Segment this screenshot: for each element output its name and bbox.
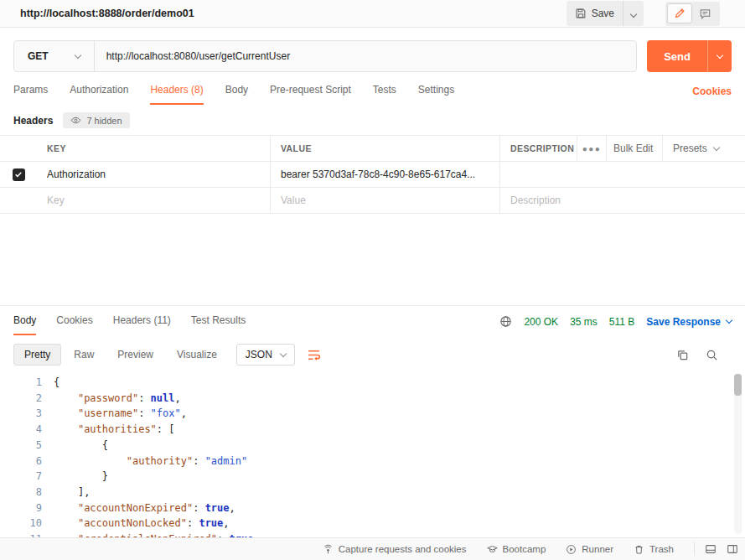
headers-table-header-row: KEY VALUE DESCRIPTION ●●● Bulk Edit Pres…	[0, 136, 745, 162]
topbar-actions: Save	[567, 1, 720, 26]
code-content: { "password": null, "username": "fox", "…	[42, 375, 260, 537]
code-line: }	[54, 469, 260, 485]
comment-button[interactable]	[692, 3, 718, 24]
code-line: ],	[54, 485, 260, 500]
response-tab-headers[interactable]: Headers (11)	[113, 314, 171, 335]
chevron-down-icon	[712, 143, 719, 150]
row-checkbox[interactable]	[13, 169, 25, 181]
tab-params[interactable]: Params	[13, 84, 48, 105]
method-select[interactable]: GET	[14, 41, 95, 71]
trash-label: Trash	[649, 544, 674, 554]
method-label: GET	[28, 50, 49, 62]
capture-requests-button[interactable]: Capture requests and cookies	[323, 544, 467, 555]
column-header-value: VALUE	[270, 136, 499, 161]
save-response-label: Save Response	[646, 316, 721, 328]
request-tab-title[interactable]: http://localhost:8888/order/demo01	[20, 8, 194, 19]
runner-label: Runner	[582, 544, 613, 554]
response-tab-cookies[interactable]: Cookies	[56, 314, 92, 335]
new-description-input[interactable]: Description	[499, 188, 745, 213]
line-number: 3	[0, 406, 42, 422]
headers-section-title: Headers	[13, 115, 53, 127]
row-checkbox-cell	[0, 162, 37, 187]
presets-dropdown[interactable]: Presets	[662, 136, 745, 161]
view-tab-visualize[interactable]: Visualize	[166, 344, 228, 366]
trash-button[interactable]: Trash	[634, 544, 674, 555]
tab-authorization[interactable]: Authorization	[70, 84, 128, 105]
wrap-lines-button[interactable]	[307, 348, 321, 362]
bulk-edit-button[interactable]: Bulk Edit	[606, 136, 662, 161]
format-select[interactable]: JSON	[236, 344, 295, 366]
headers-table: KEY VALUE DESCRIPTION ●●● Bulk Edit Pres…	[0, 135, 745, 214]
comment-icon	[699, 8, 711, 20]
edit-button[interactable]	[667, 3, 692, 23]
response-tab-test-results[interactable]: Test Results	[191, 314, 246, 335]
line-numbers: 1234567891011	[0, 375, 42, 537]
cookies-link[interactable]: Cookies	[692, 86, 732, 105]
send-options-button[interactable]	[707, 40, 732, 72]
line-number: 2	[0, 391, 42, 407]
tab-body[interactable]: Body	[225, 84, 248, 105]
capture-label: Capture requests and cookies	[339, 544, 467, 554]
header-description-input[interactable]	[499, 162, 745, 187]
view-tab-preview[interactable]: Preview	[106, 344, 164, 366]
runner-button[interactable]: Runner	[566, 544, 613, 555]
console-panel-icon[interactable]	[727, 543, 738, 555]
send-button[interactable]: Send	[647, 40, 707, 72]
code-line: "username": "fox",	[54, 406, 260, 422]
code-line: {	[54, 438, 260, 454]
line-number: 6	[0, 454, 42, 469]
response-status[interactable]: 200 OK	[524, 316, 558, 328]
new-value-input[interactable]: Value	[270, 188, 499, 213]
method-url-group: GET http://localhost:8080/user/getCurren…	[13, 40, 637, 72]
topbar: http://localhost:8888/order/demo01 Save	[0, 0, 745, 28]
bootcamp-button[interactable]: Bootcamp	[487, 544, 546, 555]
response-tabs: Body Cookies Headers (11) Test Results 2…	[0, 306, 745, 335]
network-icon[interactable]	[499, 315, 512, 328]
chevron-down-icon	[726, 317, 732, 324]
response-time[interactable]: 35 ms	[570, 316, 598, 328]
column-header-key: KEY	[37, 136, 270, 161]
line-number: 8	[0, 485, 42, 500]
response-pane: Body Cookies Headers (11) Test Results 2…	[0, 305, 745, 537]
row-checkbox-cell	[0, 188, 37, 213]
code-line: {	[54, 375, 260, 391]
code-line: "credentialsNonExpired": true,	[54, 531, 260, 537]
view-tab-raw[interactable]: Raw	[63, 344, 105, 366]
line-number: 7	[0, 469, 42, 485]
new-key-input[interactable]: Key	[37, 188, 270, 213]
header-row-authorization: Authorization bearer 5370d3af-78c8-4c90-…	[0, 162, 745, 188]
search-icon[interactable]	[706, 349, 718, 361]
tab-headers[interactable]: Headers (8)	[150, 84, 203, 105]
response-meta: 200 OK 35 ms 511 B Save Response	[499, 315, 732, 335]
scrollbar-track[interactable]	[734, 374, 742, 534]
graduation-cap-icon	[487, 544, 498, 555]
line-number: 9	[0, 500, 42, 516]
tab-tests[interactable]: Tests	[373, 84, 396, 105]
pencil-icon	[674, 8, 686, 19]
tab-prerequest-script[interactable]: Pre-request Script	[270, 84, 351, 105]
hidden-headers-toggle[interactable]: 7 hidden	[63, 112, 129, 128]
header-key-input[interactable]: Authorization	[37, 162, 270, 187]
tab-settings[interactable]: Settings	[418, 84, 454, 105]
split-pane-icon[interactable]	[705, 543, 717, 555]
view-tab-pretty[interactable]: Pretty	[13, 344, 61, 366]
save-response-button[interactable]: Save Response	[646, 316, 732, 328]
response-body-editor[interactable]: 1234567891011 { "password": null, "usern…	[0, 372, 745, 537]
save-options-button[interactable]	[623, 1, 644, 26]
copy-icon[interactable]	[676, 349, 689, 361]
scrollbar-thumb[interactable]	[734, 374, 742, 396]
more-options-button[interactable]: ●●●	[577, 136, 606, 161]
header-value-input[interactable]: bearer 5370d3af-78c8-4c90-8e65-617ca4...	[270, 162, 499, 187]
trash-icon	[634, 544, 644, 555]
headers-subheader: Headers 7 hidden	[0, 105, 745, 135]
response-tab-body[interactable]: Body	[13, 314, 36, 335]
chevron-down-icon	[74, 51, 80, 58]
code-line: "authorities": [	[54, 422, 260, 438]
save-button[interactable]: Save	[567, 3, 623, 24]
empty-area	[0, 214, 745, 305]
chevron-down-icon	[280, 350, 287, 356]
eye-icon	[70, 115, 81, 126]
url-input[interactable]: http://localhost:8080/user/getCurrentUse…	[95, 50, 637, 62]
select-all-cell	[0, 136, 37, 161]
response-size[interactable]: 511 B	[609, 316, 634, 328]
